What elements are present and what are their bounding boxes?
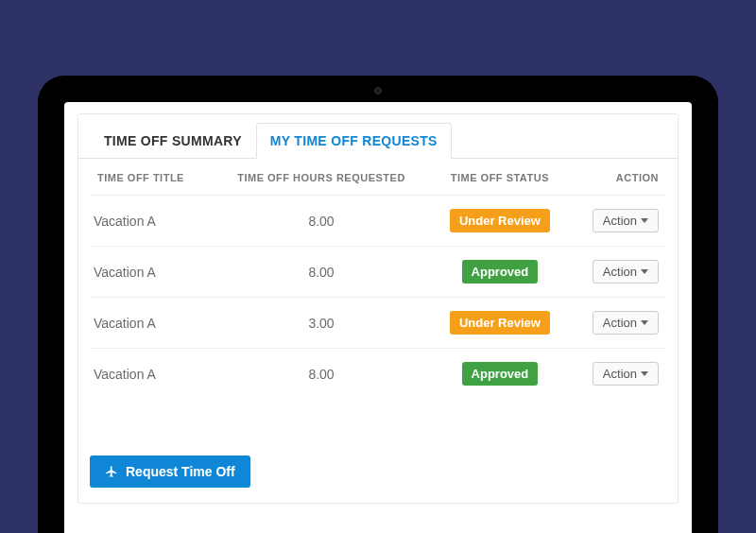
status-badge: Under Review [450,209,550,232]
col-action: ACTION [569,159,666,196]
status-badge: Approved [462,362,539,386]
action-dropdown[interactable]: Action [593,209,659,232]
cell-title: Vacation A [90,349,212,400]
action-dropdown[interactable]: Action [593,311,659,335]
caret-down-icon [641,269,648,274]
tab-label: TIME OFF SUMMARY [104,133,242,148]
cell-status: Under Review [431,298,569,349]
request-time-off-button[interactable]: Request Time Off [90,456,250,488]
cell-action: Action [569,247,666,298]
tab-label: MY TIME OFF REQUESTS [270,133,438,148]
table-row: Vacation A3.00Under ReviewAction [90,298,666,349]
cell-action: Action [569,196,666,247]
cell-hours: 8.00 [212,196,431,247]
camera-dot [374,87,382,95]
tab-my-time-off-requests[interactable]: MY TIME OFF REQUESTS [256,123,452,159]
action-label: Action [603,265,637,279]
caret-down-icon [641,371,648,376]
cell-status: Approved [431,349,569,400]
action-dropdown[interactable]: Action [593,362,659,386]
col-status: TIME OFF STATUS [431,159,569,196]
tabs: TIME OFF SUMMARY MY TIME OFF REQUESTS [78,114,678,159]
cell-hours: 8.00 [212,349,431,400]
card: TIME OFF SUMMARY MY TIME OFF REQUESTS TI… [77,113,679,504]
cell-action: Action [569,298,666,349]
cell-title: Vacation A [90,196,212,247]
cell-status: Approved [431,247,569,298]
airplane-icon [105,465,118,478]
table-container: TIME OFF TITLE TIME OFF HOURS REQUESTED … [78,159,678,399]
table-row: Vacation A8.00ApprovedAction [90,349,666,400]
col-title: TIME OFF TITLE [90,159,212,196]
cell-hours: 3.00 [212,298,431,349]
action-label: Action [603,316,637,330]
action-label: Action [603,214,637,228]
caret-down-icon [641,320,648,325]
laptop-frame: TIME OFF SUMMARY MY TIME OFF REQUESTS TI… [38,76,718,533]
status-badge: Under Review [450,311,550,335]
cell-title: Vacation A [90,298,212,349]
tab-time-off-summary[interactable]: TIME OFF SUMMARY [90,123,256,159]
cell-status: Under Review [431,196,569,247]
col-hours: TIME OFF HOURS REQUESTED [212,159,431,196]
table-row: Vacation A8.00ApprovedAction [90,247,666,298]
caret-down-icon [641,218,648,223]
action-dropdown[interactable]: Action [593,260,659,284]
status-badge: Approved [462,260,539,284]
cell-action: Action [569,349,666,400]
action-label: Action [603,367,637,381]
cell-title: Vacation A [90,247,212,298]
table-row: Vacation A8.00Under ReviewAction [90,196,666,247]
screen: TIME OFF SUMMARY MY TIME OFF REQUESTS TI… [64,102,692,533]
cell-hours: 8.00 [212,247,431,298]
requests-table: TIME OFF TITLE TIME OFF HOURS REQUESTED … [90,159,666,399]
request-button-label: Request Time Off [126,464,235,479]
footer-actions: Request Time Off [78,399,678,503]
